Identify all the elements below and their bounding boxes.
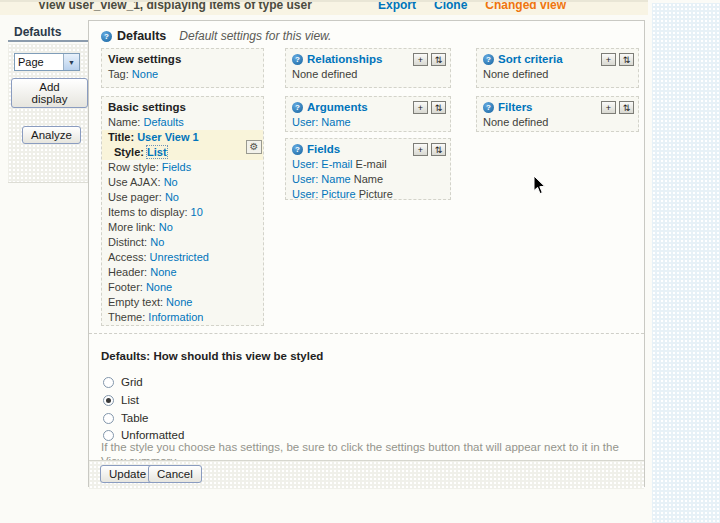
radio-option-list[interactable]: List — [103, 394, 139, 406]
setting-row: Distinct: No — [102, 235, 263, 250]
display-controls: Page ▼ Add display Analyze — [8, 44, 88, 183]
field-item: User: Name Name — [286, 172, 450, 187]
filters-title-link[interactable]: Filters — [498, 100, 533, 115]
add-icon[interactable]: + — [413, 143, 428, 156]
setting-row: Theme: Information — [102, 310, 263, 325]
setting-row: Header: None — [102, 265, 263, 280]
distinct-link[interactable]: No — [150, 236, 164, 248]
relationships-title-link[interactable]: Relationships — [307, 52, 382, 67]
view-settings-title: View settings — [102, 52, 263, 67]
display-type-value: Page — [15, 56, 63, 68]
clone-link[interactable]: Clone — [434, 0, 467, 14]
add-display-button[interactable]: Add display — [11, 78, 88, 108]
radio-button[interactable] — [103, 430, 114, 441]
setting-row: Use AJAX: No — [102, 175, 263, 190]
rearrange-icon[interactable]: ⇅ — [431, 143, 446, 156]
form-button-strip: Update Cancel — [89, 460, 644, 489]
setting-row: Footer: None — [102, 280, 263, 295]
fields-title-link[interactable]: Fields — [307, 142, 340, 157]
row-style-link[interactable]: Fields — [162, 161, 191, 173]
add-icon[interactable]: + — [601, 53, 616, 66]
items-to-display-link[interactable]: 10 — [191, 206, 203, 218]
chevron-down-icon: ▼ — [63, 54, 79, 70]
style-settings-gear-icon[interactable]: ⚙ — [246, 140, 262, 154]
panel-subtitle: Default settings for this view. — [179, 29, 331, 43]
update-button[interactable]: Update — [100, 465, 155, 483]
footer-link[interactable]: None — [146, 281, 172, 293]
fields-box: ? Fields + ⇅ User: E-mail E-mail User: N… — [285, 138, 451, 200]
basic-settings-box: Basic settings Name: Defaults Title: Use… — [101, 96, 264, 326]
empty-text-link[interactable]: None — [166, 296, 192, 308]
setting-row: Use pager: No — [102, 190, 263, 205]
setting-row: Tag: None — [102, 67, 263, 82]
page-topbar: View user_view_1, displaying items of ty… — [0, 0, 648, 15]
help-icon[interactable]: ? — [292, 102, 303, 113]
arguments-box: ? Arguments + ⇅ User: Name — [285, 96, 451, 132]
cancel-button[interactable]: Cancel — [148, 465, 202, 483]
add-icon[interactable]: + — [413, 101, 428, 114]
tag-link[interactable]: None — [132, 68, 158, 80]
access-link[interactable]: Unrestricted — [150, 251, 209, 263]
help-icon[interactable]: ? — [101, 31, 112, 42]
rearrange-icon[interactable]: ⇅ — [431, 53, 446, 66]
header-link[interactable]: None — [150, 266, 176, 278]
help-icon[interactable]: ? — [483, 102, 494, 113]
radio-option-grid[interactable]: Grid — [103, 376, 143, 388]
rearrange-icon[interactable]: ⇅ — [431, 101, 446, 114]
rearrange-icon[interactable]: ⇅ — [619, 53, 634, 66]
setting-row: Empty text: None — [102, 295, 263, 310]
setting-row: Row style: Fields — [102, 160, 263, 175]
help-icon[interactable]: ? — [483, 54, 494, 65]
field-item: User: E-mail E-mail — [286, 157, 450, 172]
theme-link[interactable]: Information — [148, 311, 203, 323]
radio-option-table[interactable]: Table — [103, 412, 149, 424]
setting-row: More link: No — [102, 220, 263, 235]
radio-button[interactable] — [103, 377, 114, 388]
argument-item: User: Name — [286, 115, 450, 130]
sort-criteria-title-link[interactable]: Sort criteria — [498, 52, 563, 67]
view-settings-box: View settings Tag: None — [101, 48, 264, 88]
view-title: View user_view_1, displaying items of ty… — [38, 0, 312, 14]
setting-row: Access: Unrestricted — [102, 250, 263, 265]
style-settings-form: Defaults: How should this view be styled… — [89, 333, 644, 488]
arguments-title-link[interactable]: Arguments — [307, 100, 368, 115]
empty-text: None defined — [477, 67, 638, 82]
argument-link[interactable]: User: Name — [292, 116, 351, 128]
use-ajax-link[interactable]: No — [164, 176, 178, 188]
relationships-box: ? Relationships + ⇅ None defined — [285, 48, 451, 88]
setting-row: Name: Defaults — [102, 115, 263, 130]
display-type-select[interactable]: Page ▼ — [14, 53, 80, 71]
field-link[interactable]: User: Name — [292, 173, 351, 185]
empty-text: None defined — [286, 67, 450, 82]
sort-criteria-box: ? Sort criteria + ⇅ None defined — [476, 48, 639, 88]
view-summary-panel: ? Defaults Default settings for this vie… — [88, 20, 645, 487]
use-pager-link[interactable]: No — [165, 191, 179, 203]
tab-defaults[interactable]: Defaults — [8, 22, 88, 42]
setting-row: Items to display: 10 — [102, 205, 263, 220]
rearrange-icon[interactable]: ⇅ — [619, 101, 634, 114]
radio-button[interactable] — [103, 413, 114, 424]
export-link[interactable]: Export — [378, 0, 416, 14]
panel-title: Defaults — [117, 29, 166, 43]
page-background-strip — [652, 3, 720, 523]
more-link-link[interactable]: No — [159, 221, 173, 233]
empty-text: None defined — [477, 115, 638, 130]
add-icon[interactable]: + — [413, 53, 428, 66]
filters-box: ? Filters + ⇅ None defined — [476, 96, 639, 132]
radio-button[interactable] — [103, 395, 114, 406]
field-link[interactable]: User: E-mail — [292, 158, 353, 170]
panel-header: ? Defaults Default settings for this vie… — [101, 28, 331, 44]
analyze-button[interactable]: Analyze — [22, 126, 81, 144]
setting-row-style: Style: List — [102, 145, 263, 160]
field-item: User: Picture Picture — [286, 187, 450, 202]
changed-view-link[interactable]: Changed view — [485, 0, 566, 14]
help-icon[interactable]: ? — [292, 144, 303, 155]
help-icon[interactable]: ? — [292, 54, 303, 65]
add-icon[interactable]: + — [601, 101, 616, 114]
form-heading: Defaults: How should this view be styled — [101, 350, 323, 362]
basic-settings-title: Basic settings — [102, 100, 263, 115]
field-link[interactable]: User: Picture — [292, 188, 356, 200]
style-link[interactable]: List — [147, 146, 167, 158]
name-link[interactable]: Defaults — [143, 116, 183, 128]
title-link[interactable]: User View 1 — [137, 131, 199, 143]
